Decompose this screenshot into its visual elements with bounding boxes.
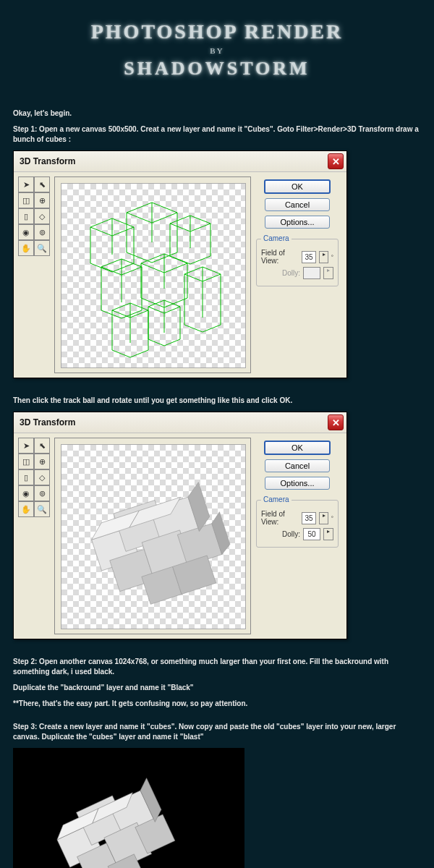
fov-label: Field of View: [261, 510, 299, 526]
wireframe-preview [61, 183, 246, 368]
options-button[interactable]: Options... [265, 477, 330, 490]
fov-spinner-icon[interactable]: ▸ [319, 512, 328, 524]
camera-legend: Camera [261, 495, 292, 503]
mid-text: Then click the track ball and rotate unt… [13, 396, 421, 406]
cylinder-tool-icon[interactable]: ▯ [18, 469, 34, 485]
close-icon[interactable]: ✕ [328, 414, 344, 430]
pan-camera-icon[interactable]: ⊚ [34, 224, 50, 240]
3d-transform-dialog-2: 3D Transform ✕ ➤ ⬉ ◫ ⊕ ▯ ◇ ◉ ⊚ ✋ 🔍 [13, 412, 347, 639]
direct-select-icon[interactable]: ⬉ [34, 176, 50, 192]
step-3-text: Step 3: Create a new layer and name it "… [13, 722, 421, 742]
zoom-tool-icon[interactable]: 🔍 [34, 240, 50, 256]
fov-label: Field of View: [261, 249, 299, 265]
dolly-input [303, 267, 320, 279]
step-2a-text: Step 2: Open another canvas 1024x768, or… [13, 657, 421, 677]
pasted-cubes-preview [13, 748, 244, 868]
dolly-label: Dolly: [282, 269, 300, 277]
arrow-tool-icon[interactable]: ➤ [18, 176, 34, 192]
hand-tool-icon[interactable]: ✋ [18, 501, 34, 517]
step-2c-text: **There, that's the easy part. It gets c… [13, 699, 421, 709]
dialog-titlebar: 3D Transform ✕ [14, 412, 346, 433]
step-2b-text: Duplicate the "backround" layer and name… [13, 683, 421, 693]
close-icon[interactable]: ✕ [328, 153, 344, 169]
title-line-1: PHOTOSHOP RENDER [13, 20, 421, 43]
ok-button[interactable]: OK [264, 179, 331, 194]
intro-text: Okay, let's begin. [13, 109, 421, 119]
arrow-tool-icon[interactable]: ➤ [18, 438, 34, 454]
cancel-button[interactable]: Cancel [265, 198, 330, 211]
dialog-title: 3D Transform [20, 417, 75, 427]
fov-spinner-icon[interactable]: ▸ [319, 251, 328, 263]
ok-button[interactable]: OK [264, 441, 331, 455]
title-by: BY [13, 46, 421, 55]
dialog-canvas [54, 176, 251, 373]
tool-palette: ➤ ⬉ ◫ ⊕ ▯ ◇ ◉ ⊚ ✋ 🔍 [18, 438, 50, 634]
dialog-canvas [54, 438, 251, 634]
direct-select-icon[interactable]: ⬉ [34, 438, 50, 454]
anchor-tool-icon[interactable]: ◇ [34, 208, 50, 224]
trackball-tool-icon[interactable]: ◉ [18, 224, 34, 240]
rendered-preview [61, 444, 246, 629]
tool-palette: ➤ ⬉ ◫ ⊕ ▯ ◇ ◉ ⊚ ✋ 🔍 [18, 176, 50, 373]
camera-group: Camera Field of View: 35 ▸ ° Dolly: 50 ▸ [256, 500, 339, 548]
fov-input[interactable]: 35 [302, 251, 317, 263]
options-button[interactable]: Options... [265, 216, 330, 229]
dolly-spinner-icon[interactable]: ▸ [323, 528, 333, 540]
zoom-tool-icon[interactable]: 🔍 [34, 501, 50, 517]
cube-tool-icon[interactable]: ◫ [18, 192, 34, 208]
sphere-tool-icon[interactable]: ⊕ [34, 454, 50, 469]
cube-tool-icon[interactable]: ◫ [18, 454, 34, 469]
step-1-text: Step 1: Open a new canvas 500x500. Creat… [13, 124, 421, 145]
sphere-tool-icon[interactable]: ⊕ [34, 192, 50, 208]
anchor-tool-icon[interactable]: ◇ [34, 469, 50, 485]
hand-tool-icon[interactable]: ✋ [18, 240, 34, 256]
title-line-2: SHADOWSTORM [13, 58, 421, 80]
dolly-label: Dolly: [282, 530, 300, 538]
cancel-button[interactable]: Cancel [265, 459, 330, 472]
trackball-tool-icon[interactable]: ◉ [18, 485, 34, 501]
3d-transform-dialog-1: 3D Transform ✕ ➤ ⬉ ◫ ⊕ ▯ ◇ ◉ ⊚ ✋ 🔍 [13, 150, 347, 378]
dolly-input[interactable]: 50 [303, 528, 320, 540]
tutorial-header: PHOTOSHOP RENDER BY SHADOWSTORM [13, 20, 421, 80]
cylinder-tool-icon[interactable]: ▯ [18, 208, 34, 224]
fov-input[interactable]: 35 [302, 512, 317, 524]
dialog-titlebar: 3D Transform ✕ [14, 151, 346, 172]
dolly-spinner-icon: ▸ [323, 267, 333, 279]
camera-group: Camera Field of View: 35 ▸ ° Dolly: ▸ [256, 239, 339, 286]
camera-legend: Camera [261, 234, 292, 242]
dialog-title: 3D Transform [20, 156, 75, 166]
pan-camera-icon[interactable]: ⊚ [34, 485, 50, 501]
